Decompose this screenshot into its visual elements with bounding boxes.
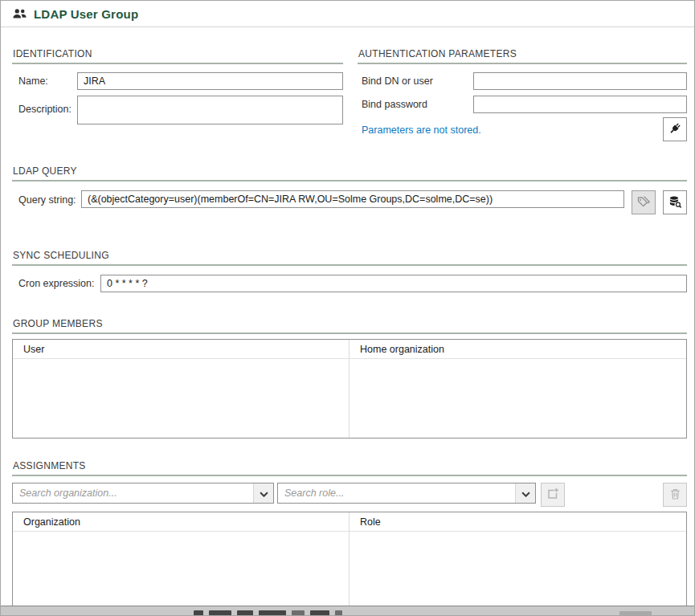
parameters-note: Parameters are not stored.	[358, 124, 481, 136]
assignments-col-role: Role	[350, 512, 686, 532]
assignments-section-title: ASSIGNMENTS	[12, 460, 687, 476]
bind-password-label: Bind password	[358, 99, 473, 110]
identification-section-title: IDENTIFICATION	[12, 48, 343, 64]
assignments-role-column-body	[350, 532, 686, 612]
clipped-footer-text	[194, 610, 342, 615]
clipped-footer-bar	[1, 606, 694, 615]
trash-icon	[669, 487, 681, 503]
clipped-footer-text-right	[619, 611, 652, 615]
bind-dn-label: Bind DN or user	[358, 75, 473, 87]
assignments-table: Organization Role	[12, 512, 687, 613]
search-role-combobox	[277, 483, 536, 504]
add-assignment-button[interactable]	[541, 483, 565, 507]
query-preview-button[interactable]	[663, 190, 687, 214]
group-members-section: GROUP MEMBERS User Home organization	[12, 318, 687, 439]
chevron-down-icon	[260, 486, 268, 500]
assignments-organization-column-body	[13, 532, 349, 612]
ldap-user-group-panel: LDAP User Group IDENTIFICATION Name: Des…	[0, 0, 695, 616]
search-role-input[interactable]	[278, 483, 515, 503]
title-bar: LDAP User Group	[1, 1, 694, 27]
bind-password-field[interactable]	[473, 96, 687, 113]
authentication-section-title: AUTHENTICATION PARAMETERS	[358, 48, 687, 64]
search-role-dropdown-button[interactable]	[515, 483, 535, 503]
identification-section: IDENTIFICATION Name: Description:	[12, 27, 343, 141]
tags-button[interactable]	[632, 190, 656, 214]
query-string-field[interactable]	[81, 190, 624, 208]
cron-expression-label: Cron expression:	[12, 278, 100, 289]
ldap-query-section: LDAP QUERY Query string:	[12, 165, 687, 214]
page-title: LDAP User Group	[34, 7, 138, 21]
group-members-home-org-column-body	[350, 359, 686, 438]
description-field[interactable]	[77, 96, 343, 124]
tags-icon	[637, 195, 651, 210]
authentication-section: AUTHENTICATION PARAMETERS Bind DN or use…	[358, 27, 687, 141]
cron-expression-field[interactable]	[100, 275, 687, 292]
group-members-section-title: GROUP MEMBERS	[12, 318, 687, 334]
name-label: Name:	[12, 75, 77, 87]
bind-dn-field[interactable]	[473, 72, 687, 90]
plug-icon	[668, 122, 681, 137]
users-group-icon	[13, 8, 27, 19]
group-members-user-column-body	[13, 359, 349, 438]
test-connection-button[interactable]	[663, 117, 687, 141]
sync-scheduling-section: SYNC SCHEDULING Cron expression:	[12, 250, 687, 292]
assignments-section: ASSIGNMENTS	[12, 460, 687, 613]
ldap-query-section-title: LDAP QUERY	[12, 165, 687, 182]
chevron-down-icon	[521, 486, 530, 500]
delete-assignment-button[interactable]	[663, 483, 687, 507]
search-organization-input[interactable]	[13, 483, 253, 503]
add-item-icon	[546, 487, 559, 503]
description-label: Description:	[12, 104, 77, 115]
group-members-table: User Home organization	[12, 339, 687, 439]
sync-scheduling-section-title: SYNC SCHEDULING	[12, 250, 687, 266]
name-field[interactable]	[77, 72, 343, 90]
search-organization-combobox	[12, 483, 274, 504]
query-string-label: Query string:	[12, 194, 81, 206]
group-members-col-user: User	[13, 340, 349, 359]
group-members-col-home-organization: Home organization	[350, 340, 686, 359]
search-organization-dropdown-button[interactable]	[253, 483, 273, 503]
database-search-icon	[668, 195, 682, 210]
assignments-col-organization: Organization	[13, 512, 349, 532]
